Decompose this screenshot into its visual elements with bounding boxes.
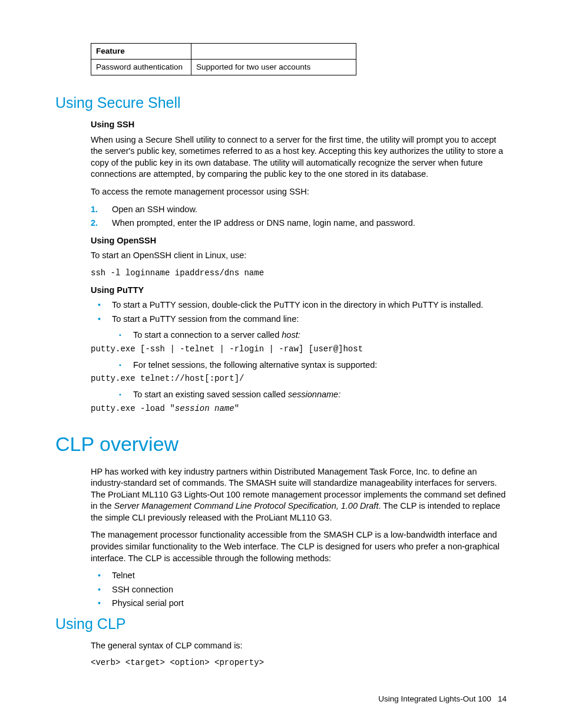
putty-sub-1: To start a connection to a server called… [91, 330, 507, 341]
heading-clp-overview: CLP overview [55, 431, 507, 458]
para-clp-1: HP has worked with key industry partners… [91, 466, 507, 524]
code-openssh: ssh -l loginname ipaddress/dns name [91, 268, 507, 279]
para-openssh: To start an OpenSSH client in Linux, use… [91, 250, 507, 262]
putty-item-2: To start a PuTTY session from the comman… [91, 314, 507, 325]
ssh-step-2: 2.When prompted, enter the IP address or… [91, 218, 507, 229]
putty-sub-3: To start an existing saved session calle… [91, 389, 507, 401]
clp-method-ssh: SSH connection [91, 584, 507, 596]
table-header-empty [191, 44, 356, 60]
subheading-using-openssh: Using OpenSSH [91, 235, 507, 247]
feature-table: Feature Password authentication Supporte… [91, 43, 356, 75]
code-putty-3: putty.exe -load "session name" [91, 403, 507, 414]
table-cell-label: Password authentication [91, 60, 191, 75]
putty-sub-1-ital: host: [282, 330, 300, 340]
footer-text: Using Integrated Lights-Out 100 [378, 694, 491, 703]
ssh-steps-list: 1.Open an SSH window. 2.When prompted, e… [91, 204, 507, 229]
putty-sub-3-ital: sessionname: [288, 390, 340, 399]
putty-item-1: To start a PuTTY session, double-click t… [91, 299, 507, 311]
code-clp-syntax: <verb> <target> <option> <property> [91, 657, 507, 668]
subheading-using-ssh: Using SSH [91, 119, 507, 131]
heading-using-secure-shell: Using Secure Shell [55, 93, 507, 113]
clp-method-serial: Physical serial port [91, 598, 507, 610]
putty-sub-1-pre: To start a connection to a server called [133, 330, 282, 340]
page-footer: Using Integrated Lights-Out 100 14 [378, 694, 507, 704]
para-clp-syntax: The general syntax of CLP command is: [91, 640, 507, 652]
putty-list: To start a PuTTY session, double-click t… [91, 299, 507, 325]
putty-sub-3-pre: To start an existing saved session calle… [133, 390, 288, 399]
ssh-step-1-text: Open an SSH window. [112, 205, 197, 214]
heading-using-clp: Using CLP [55, 614, 507, 634]
clp-methods-list: Telnet SSH connection Physical serial po… [91, 570, 507, 610]
code-putty-2: putty.exe telnet://host[:port]/ [91, 373, 507, 384]
para-clp-2: The management processor functionality a… [91, 529, 507, 564]
putty-sublist: To start a connection to a server called… [91, 330, 507, 341]
para-ssh-intro: When using a Secure Shell utility to con… [91, 134, 507, 180]
para-ssh-access: To access the remote management processo… [91, 186, 507, 198]
subheading-using-putty: Using PuTTY [91, 285, 507, 297]
code-putty-1: putty.exe [-ssh | -telnet | -rlogin | -r… [91, 344, 507, 355]
table-header-feature: Feature [91, 44, 191, 60]
footer-page-number: 14 [498, 694, 507, 703]
table-cell-value: Supported for two user accounts [191, 60, 356, 75]
ssh-step-1: 1.Open an SSH window. [91, 204, 507, 216]
ssh-step-2-text: When prompted, enter the IP address or D… [112, 218, 415, 228]
putty-sub-2: For telnet sessions, the following alter… [91, 360, 507, 371]
clp-method-telnet: Telnet [91, 570, 507, 582]
